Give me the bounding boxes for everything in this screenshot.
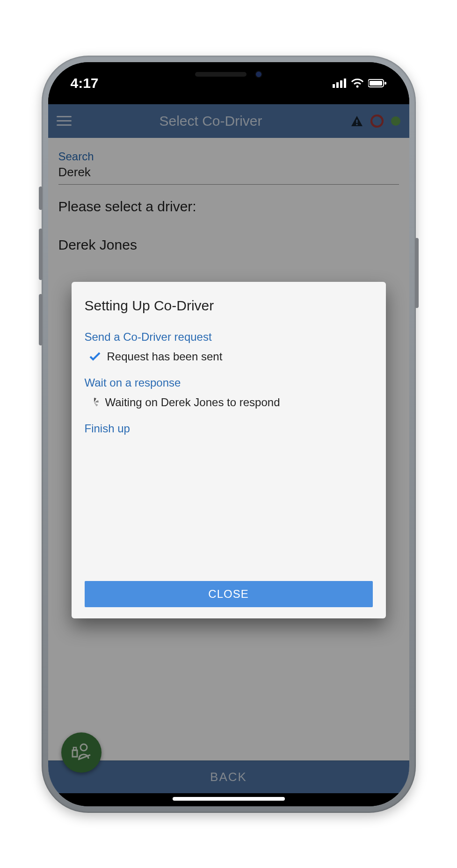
device-mute-switch: [39, 187, 43, 210]
step2-body: Waiting on Derek Jones to respond: [85, 396, 373, 409]
svg-rect-6: [370, 81, 382, 86]
home-indicator[interactable]: [173, 797, 285, 801]
spinner-icon: [89, 398, 99, 407]
device-power-button: [415, 238, 419, 308]
device-camera: [255, 71, 262, 78]
step2-text: Waiting on Derek Jones to respond: [105, 396, 280, 409]
status-icons: [333, 79, 387, 88]
step1-body: Request has been sent: [85, 350, 373, 363]
app-area: Select Co-Driver: [48, 104, 409, 793]
svg-point-4: [356, 85, 358, 87]
svg-rect-0: [333, 84, 335, 88]
battery-icon: [368, 79, 387, 88]
check-icon: [89, 352, 101, 361]
svg-rect-2: [340, 80, 342, 88]
step2-heading: Wait on a response: [85, 376, 373, 389]
status-time: 4:17: [71, 75, 99, 91]
device-screen-bezel: 4:17: [48, 62, 409, 806]
close-label: CLOSE: [208, 588, 248, 600]
step3-heading: Finish up: [85, 422, 373, 435]
signal-icon: [333, 79, 347, 88]
wifi-icon: [351, 79, 363, 88]
device-speaker: [195, 72, 247, 77]
step1-heading: Send a Co-Driver request: [85, 330, 373, 344]
screen: 4:17: [48, 62, 409, 806]
svg-rect-7: [384, 82, 386, 85]
step1-text: Request has been sent: [107, 350, 223, 363]
device-volume-up: [39, 229, 43, 280]
svg-rect-3: [344, 79, 346, 88]
svg-rect-1: [336, 82, 339, 88]
codriver-setup-modal: Setting Up Co-Driver Send a Co-Driver re…: [72, 282, 386, 618]
modal-title: Setting Up Co-Driver: [85, 298, 373, 314]
close-button[interactable]: CLOSE: [85, 581, 373, 607]
device-notch: [140, 62, 318, 86]
device-frame: 4:17: [42, 56, 416, 813]
device-volume-down: [39, 294, 43, 345]
